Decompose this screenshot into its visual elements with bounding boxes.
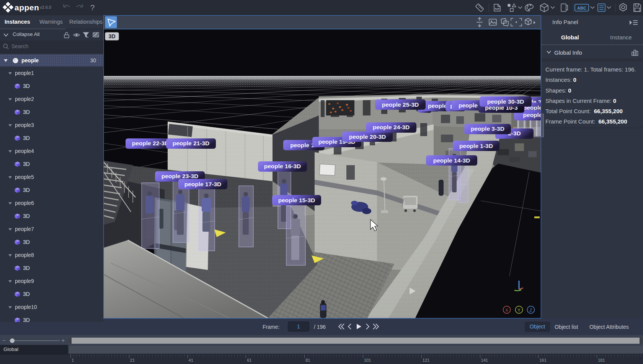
svg-text:Y: Y <box>517 308 521 312</box>
svg-text:Z: Z <box>530 308 532 312</box>
svg-text:people 30-3D: people 30-3D <box>487 98 524 105</box>
svg-text:people 22-3D: people 22-3D <box>132 140 169 146</box>
svg-text:people 16-3D: people 16-3D <box>264 163 301 169</box>
svg-text:people 21-3D: people 21-3D <box>173 140 209 146</box>
svg-text:people 25-3D: people 25-3D <box>382 101 419 108</box>
svg-text:X: X <box>505 308 508 312</box>
svg-text:3D: 3D <box>108 33 116 39</box>
svg-text:people 24-3D: people 24-3D <box>373 124 410 130</box>
svg-text:people 23-3D: people 23-3D <box>162 173 198 179</box>
svg-text:people: people <box>428 102 447 109</box>
svg-text:people 3-3D: people 3-3D <box>471 125 504 132</box>
svg-text:people 15-3D: people 15-3D <box>278 197 315 203</box>
svg-text:people 1-3D: people 1-3D <box>459 143 493 149</box>
svg-text:people 14-3D: people 14-3D <box>433 157 470 164</box>
svg-text:people 17-3D: people 17-3D <box>184 181 221 187</box>
svg-text:people 20-3D: people 20-3D <box>349 133 386 140</box>
